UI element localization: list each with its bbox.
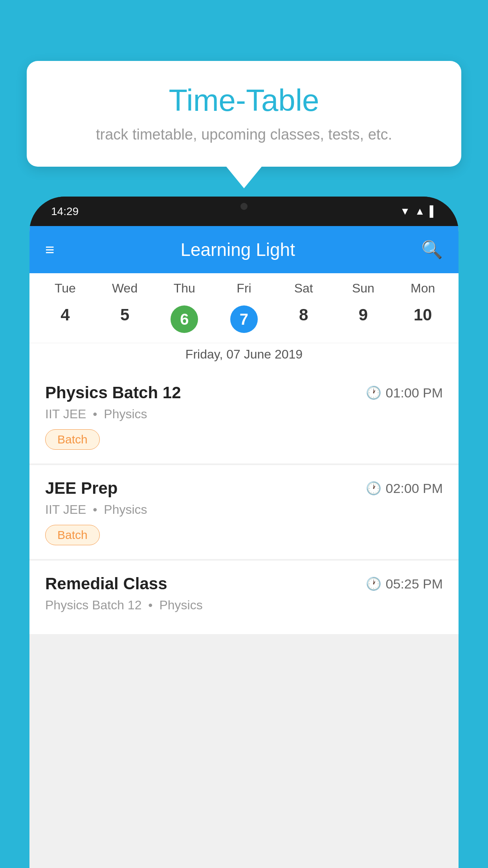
day-sun[interactable]: Sun bbox=[334, 281, 393, 296]
date-10[interactable]: 10 bbox=[393, 302, 453, 337]
clock-icon-3: 🕐 bbox=[366, 576, 382, 591]
schedule-item-3-header: Remedial Class 🕐 05:25 PM bbox=[45, 574, 443, 593]
phone-notch bbox=[218, 197, 270, 216]
battery-icon: ▌ bbox=[430, 205, 437, 217]
speech-bubble-arrow bbox=[226, 167, 262, 188]
camera-dot bbox=[240, 203, 248, 210]
day-mon[interactable]: Mon bbox=[393, 281, 453, 296]
schedule-item-3[interactable]: Remedial Class 🕐 05:25 PM Physics Batch … bbox=[29, 561, 459, 634]
clock-icon-2: 🕐 bbox=[366, 481, 382, 496]
date-8[interactable]: 8 bbox=[274, 302, 334, 337]
schedule-item-2[interactable]: JEE Prep 🕐 02:00 PM IIT JEE • Physics Ba… bbox=[29, 465, 459, 559]
schedule-item-1[interactable]: Physics Batch 12 🕐 01:00 PM IIT JEE • Ph… bbox=[29, 370, 459, 463]
schedule-item-2-time: 🕐 02:00 PM bbox=[366, 481, 443, 496]
schedule-item-2-header: JEE Prep 🕐 02:00 PM bbox=[45, 479, 443, 498]
phone-top-bar: 14:29 ▼ ▲ ▌ bbox=[29, 197, 459, 226]
days-header: Tue Wed Thu Fri Sat Sun Mon bbox=[29, 273, 459, 300]
date-7[interactable]: 7 bbox=[214, 302, 274, 337]
date-4[interactable]: 4 bbox=[35, 302, 95, 337]
schedule-item-3-time: 🕐 05:25 PM bbox=[366, 576, 443, 592]
batch-badge-1: Batch bbox=[45, 429, 100, 450]
speech-bubble: Time-Table track timetable, upcoming cla… bbox=[27, 61, 461, 167]
schedule-item-1-header: Physics Batch 12 🕐 01:00 PM bbox=[45, 383, 443, 402]
date-7-circle[interactable]: 7 bbox=[230, 305, 258, 333]
status-time: 14:29 bbox=[51, 205, 79, 218]
signal-icon: ▲ bbox=[415, 205, 425, 217]
phone-screen: ≡ Learning Light 🔍 Tue Wed Thu Fri Sat S… bbox=[29, 226, 459, 868]
schedule-list: Physics Batch 12 🕐 01:00 PM IIT JEE • Ph… bbox=[29, 370, 459, 634]
day-thu[interactable]: Thu bbox=[154, 281, 214, 296]
schedule-item-1-time: 🕐 01:00 PM bbox=[366, 385, 443, 401]
speech-bubble-subtitle: track timetable, upcoming classes, tests… bbox=[50, 126, 438, 143]
calendar-strip: Tue Wed Thu Fri Sat Sun Mon 4 5 6 7 8 9 … bbox=[29, 273, 459, 370]
date-9[interactable]: 9 bbox=[334, 302, 393, 337]
speech-bubble-title: Time-Table bbox=[50, 83, 438, 118]
date-5[interactable]: 5 bbox=[95, 302, 155, 337]
schedule-item-1-title: Physics Batch 12 bbox=[45, 383, 181, 402]
search-icon[interactable]: 🔍 bbox=[421, 239, 443, 260]
wifi-icon: ▼ bbox=[400, 205, 410, 217]
clock-icon-1: 🕐 bbox=[366, 385, 382, 400]
phone-frame: 14:29 ▼ ▲ ▌ ≡ Learning Light 🔍 Tue Wed T… bbox=[29, 197, 459, 868]
schedule-item-2-title: JEE Prep bbox=[45, 479, 117, 498]
dates-row: 4 5 6 7 8 9 10 bbox=[29, 300, 459, 343]
schedule-item-2-subtitle: IIT JEE • Physics bbox=[45, 502, 443, 517]
schedule-item-1-subtitle: IIT JEE • Physics bbox=[45, 407, 443, 421]
app-bar-title: Learning Light bbox=[180, 239, 295, 260]
day-fri[interactable]: Fri bbox=[214, 281, 274, 296]
status-icons: ▼ ▲ ▌ bbox=[400, 205, 437, 217]
app-bar: ≡ Learning Light 🔍 bbox=[29, 226, 459, 273]
day-sat[interactable]: Sat bbox=[274, 281, 334, 296]
schedule-item-3-title: Remedial Class bbox=[45, 574, 167, 593]
selected-date-label: Friday, 07 June 2019 bbox=[29, 343, 459, 370]
schedule-item-3-subtitle: Physics Batch 12 • Physics bbox=[45, 598, 443, 612]
day-tue[interactable]: Tue bbox=[35, 281, 95, 296]
date-6[interactable]: 6 bbox=[154, 302, 214, 337]
speech-bubble-container: Time-Table track timetable, upcoming cla… bbox=[27, 61, 461, 188]
day-wed[interactable]: Wed bbox=[95, 281, 155, 296]
batch-badge-2: Batch bbox=[45, 525, 100, 545]
hamburger-menu-icon[interactable]: ≡ bbox=[45, 242, 54, 257]
date-6-circle[interactable]: 6 bbox=[171, 305, 198, 333]
